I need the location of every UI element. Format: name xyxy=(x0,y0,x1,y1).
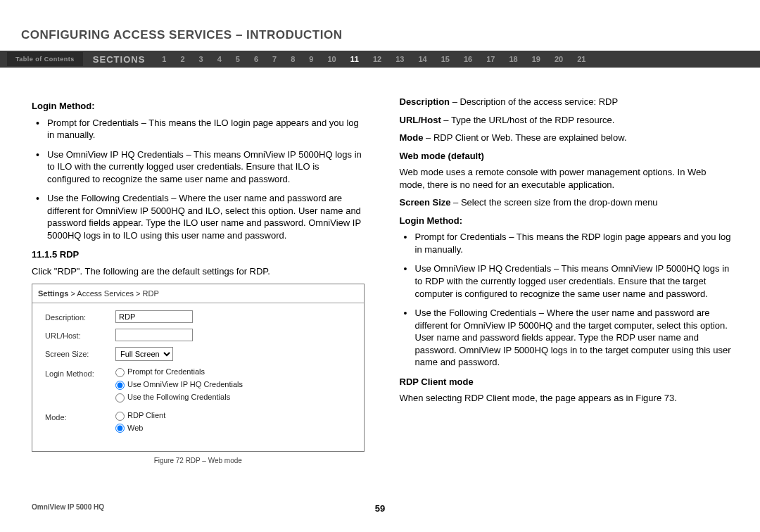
screen-size-line: Screen Size – Select the screen size fro… xyxy=(400,196,733,209)
nav-section-17[interactable]: 17 xyxy=(479,55,502,63)
nav-section-6[interactable]: 6 xyxy=(247,55,265,63)
login-radio-option[interactable]: Use the Following Credentials xyxy=(115,392,243,403)
nav-section-15[interactable]: 15 xyxy=(434,55,457,63)
mode-label: Mode: xyxy=(45,410,115,423)
nav-section-3[interactable]: 3 xyxy=(192,55,210,63)
rdp-client-desc: When selecting RDP Client mode, the page… xyxy=(400,392,733,405)
nav-section-16[interactable]: 16 xyxy=(457,55,479,63)
nav-section-14[interactable]: 14 xyxy=(411,55,433,63)
list-item: Use the Following Credentials – Where th… xyxy=(32,192,365,241)
login-radio-option[interactable]: Prompt for Credentials xyxy=(115,367,243,377)
rdp-client-heading: RDP Client mode xyxy=(400,376,733,388)
list-item: Prompt for Credentials – This means the … xyxy=(32,117,365,141)
figure-caption: Figure 72 RDP – Web mode xyxy=(32,456,365,466)
nav-section-12[interactable]: 12 xyxy=(366,55,388,63)
rdp-settings-screenshot: Settings > Access Services > RDP Descrip… xyxy=(32,284,365,452)
nav-section-7[interactable]: 7 xyxy=(265,55,284,63)
page-number: 59 xyxy=(375,503,385,514)
nav-section-10[interactable]: 10 xyxy=(320,55,343,63)
left-column: Login Method: Prompt for Credentials – T… xyxy=(32,96,365,465)
breadcrumb-rest: > Access Services > RDP xyxy=(68,289,158,298)
screen-size-select[interactable]: Full Screen xyxy=(115,347,173,361)
mode-radio-option[interactable]: Web xyxy=(115,423,165,433)
login-radio-option[interactable]: Use OmniView IP HQ Credentials xyxy=(115,379,243,390)
rdp-intro: Click "RDP". The following are the defau… xyxy=(32,265,365,278)
description-line: Description – Description of the access … xyxy=(400,96,733,108)
footer: OmniView IP 5000 HQ 59 xyxy=(0,503,760,511)
url-host-label: URL/Host: xyxy=(45,329,115,341)
nav-section-11[interactable]: 11 xyxy=(343,55,366,63)
nav-section-2[interactable]: 2 xyxy=(173,55,191,63)
mode-line: Mode – RDP Client or Web. These are expl… xyxy=(400,132,733,144)
nav-toc[interactable]: Table of Contents xyxy=(7,52,83,66)
breadcrumb-root: Settings xyxy=(38,289,68,298)
product-name: OmniView IP 5000 HQ xyxy=(32,503,104,511)
login-method-list-right: Prompt for Credentials – This means the … xyxy=(400,231,733,368)
login-method-list: Prompt for Credentials – This means the … xyxy=(32,117,365,242)
url-host-line: URL/Host – Type the URL/host of the RDP … xyxy=(400,114,733,127)
list-item: Use OmniView IP HQ Credentials – This me… xyxy=(32,148,365,186)
nav-section-13[interactable]: 13 xyxy=(388,55,411,63)
nav-sections-label: SECTIONS xyxy=(83,54,155,65)
screen-size-label: Screen Size: xyxy=(45,347,115,360)
nav-section-4[interactable]: 4 xyxy=(210,55,229,63)
breadcrumb: Settings > Access Services > RDP xyxy=(32,284,364,303)
rdp-section-heading: 11.1.5 RDP xyxy=(32,248,365,261)
list-item: Prompt for Credentials – This means the … xyxy=(400,231,733,255)
nav-section-9[interactable]: 9 xyxy=(302,55,320,63)
nav-bar: Table of Contents SECTIONS 1234567891011… xyxy=(0,51,760,68)
login-method-heading: Login Method: xyxy=(32,100,365,113)
nav-section-1[interactable]: 1 xyxy=(155,55,173,63)
login-method-radios: Prompt for CredentialsUse OmniView IP HQ… xyxy=(115,367,243,405)
list-item: Use the Following Credentials – Where th… xyxy=(400,307,733,369)
login-method-label: Login Method: xyxy=(45,367,115,379)
nav-section-20[interactable]: 20 xyxy=(547,55,570,63)
mode-radios: RDP ClientWeb xyxy=(115,410,165,436)
description-input[interactable] xyxy=(115,310,193,323)
mode-radio-option[interactable]: RDP Client xyxy=(115,410,165,421)
web-mode-heading: Web mode (default) xyxy=(400,150,733,163)
list-item: Use OmniView IP HQ Credentials – This me… xyxy=(400,262,733,300)
right-column: Description – Description of the access … xyxy=(400,96,733,465)
description-label: Description: xyxy=(45,310,115,323)
url-host-input[interactable] xyxy=(115,329,193,341)
nav-section-18[interactable]: 18 xyxy=(502,55,524,63)
nav-section-21[interactable]: 21 xyxy=(570,55,593,63)
web-mode-desc: Web mode uses a remote console with powe… xyxy=(400,166,733,191)
nav-section-19[interactable]: 19 xyxy=(525,55,547,63)
nav-section-5[interactable]: 5 xyxy=(229,55,247,63)
login-method-heading-right: Login Method: xyxy=(400,215,733,227)
page-title: CONFIGURING ACCESS SERVICES – INTRODUCTI… xyxy=(0,0,760,51)
nav-section-8[interactable]: 8 xyxy=(284,55,302,63)
